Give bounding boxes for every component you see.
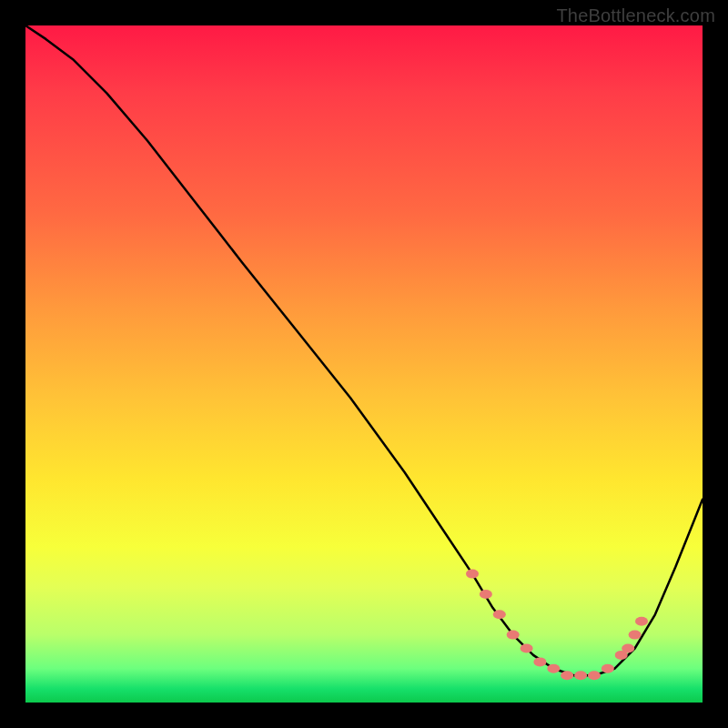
gradient-plot-area <box>25 25 703 703</box>
highlight-dot <box>602 664 614 673</box>
curve-layer <box>25 25 703 703</box>
chart-frame: TheBottleneck.com <box>0 0 728 728</box>
highlight-dot <box>635 617 648 626</box>
highlight-dot <box>588 671 601 680</box>
highlight-dot <box>480 590 492 599</box>
highlight-dot <box>547 664 560 673</box>
bottleneck-curve <box>25 25 703 675</box>
watermark-label: TheBottleneck.com <box>556 5 715 26</box>
highlight-dot <box>561 671 573 680</box>
highlight-dot <box>507 631 520 640</box>
highlight-dot <box>622 644 634 653</box>
highlight-dot <box>629 631 642 640</box>
highlight-dot <box>574 671 587 680</box>
highlight-dot <box>533 657 546 666</box>
highlight-dot <box>466 570 479 579</box>
highlight-dot <box>493 610 506 619</box>
highlight-dot <box>521 644 533 653</box>
